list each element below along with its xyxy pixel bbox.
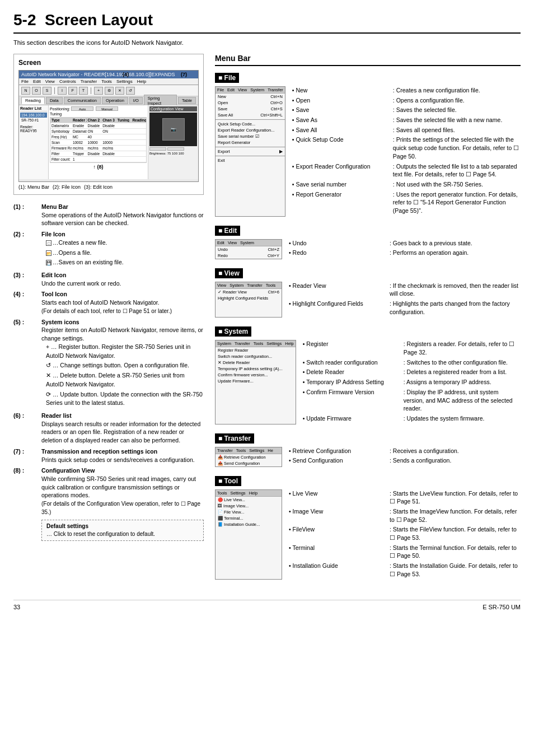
menu-tool-terminal[interactable]: ⬛ Terminal... (216, 515, 282, 521)
menu-file-quicksetup[interactable]: Quick Setup Code... (216, 121, 285, 127)
menu-transfer-desc: Retrieve Configuration Receives a config… (289, 447, 521, 467)
ann-3-label: Edit Icon (41, 272, 66, 278)
menu-transfer-desc-retrieve: Retrieve Configuration Receives a config… (289, 447, 521, 455)
toolbar-btn-imgview[interactable]: I (58, 87, 67, 95)
menu-file-saveserial[interactable]: Save serial number ☑ (216, 133, 285, 139)
menu-file-sep3 (216, 156, 285, 156)
ann-3: (3) : Edit Icon Undo the current work or… (13, 271, 204, 287)
menu-file-bar: File Edit View System Transfer (216, 87, 285, 94)
menu-file-sep2 (216, 147, 285, 147)
toolbar-btn-fileview[interactable]: F (68, 87, 77, 95)
ann-6-text: Displays search results or reader inform… (41, 421, 200, 444)
menu-system-switch[interactable]: Switch reader configuration... (216, 353, 296, 360)
ann-3-text: Undo the current work or redo. (41, 280, 121, 287)
menu-view-readerview[interactable]: ✓ Reader ViewCtrl+6 (216, 289, 282, 295)
reader-list-item[interactable]: SR-750 #1 (20, 118, 47, 123)
menu-system-register[interactable]: Register Reader (216, 347, 296, 353)
ann-2: (2) : File Icon □…Creates a new file. 📂…… (13, 230, 204, 268)
sim-tab-operation[interactable]: Operation (102, 97, 128, 104)
callout-7: (7) (181, 72, 187, 77)
callout-1 (19, 107, 21, 113)
menu-view-highlight[interactable]: Highlight Configured Fields (216, 295, 282, 301)
slider-1[interactable] (149, 147, 166, 151)
toolbar-btn-open[interactable]: O (32, 87, 41, 95)
ann-1: (1) : Menu Bar Some operations of the Au… (13, 203, 204, 227)
menu-tool-desc-terminal: Terminal Starts the Terminal function. F… (289, 544, 521, 560)
ann-4-label: Tool Icon (41, 291, 67, 297)
sim-table: Type Reader 1 Chan 2 Chan 3 Tuning Readi… (50, 117, 147, 163)
page-title: Screen Layout (45, 11, 153, 29)
menu-header-file: ■ File (215, 73, 239, 83)
menu-transfer-retrieve[interactable]: 📥 Retrieve Configuration (216, 454, 282, 460)
sim-tab-data[interactable]: Data (46, 97, 63, 104)
menu-file-open[interactable]: OpenCtrl+O (216, 100, 285, 106)
menu-header-tool: ■ Tool (215, 476, 241, 486)
sim-tuning-row: Tuning (50, 112, 147, 116)
menu-section-tool: ■ Tool Tools Settings Help 🔴 Live View..… (215, 476, 521, 580)
menu-edit-undo[interactable]: UndoCtrl+Z (216, 246, 282, 253)
menu-file-reportgen[interactable]: Report Generator (216, 139, 285, 146)
menu-file-exportreader[interactable]: Export Reader Configuration... (216, 127, 285, 133)
menu-view-desc-readerview: Reader View If the checkmark is removed,… (289, 282, 521, 298)
menu-view-bar: View System Transfer Tools (216, 282, 282, 289)
menu-transfer-send[interactable]: 📤 Send Configuration (216, 460, 282, 466)
menu-tool-installguide[interactable]: 📘 Installation Guide... (216, 521, 282, 528)
sim-manual-btn[interactable]: Manual (96, 106, 118, 111)
menu-file-new[interactable]: NewCtrl+N (216, 94, 285, 100)
menu-file-desc-saveall: Save All Saves all opened files. (292, 126, 521, 134)
config-view-placeholder: 📷 (162, 118, 185, 141)
menu-file-save[interactable]: SaveCtrl+S (216, 106, 285, 112)
ann-8-text: While confirming SR-750 Series unit read… (41, 475, 196, 498)
ann-6-label: Reader list (41, 412, 72, 419)
sim-tab-table[interactable]: Table (178, 97, 196, 104)
chapter-title: 5-2 Screen Layout (13, 11, 521, 34)
default-settings-box: Default settings … Click to reset the co… (41, 520, 204, 541)
toolbar-btn-delete[interactable]: ✕ (115, 87, 124, 95)
toolbar-btn-update[interactable]: ↺ (126, 87, 135, 95)
reader-list-item-selected[interactable]: 194.168.100.0 (20, 113, 47, 118)
menu-file-desc-open: Open Opens a configuration file. (292, 96, 521, 105)
menu-system-desc-update: Update Firmware Updates the system firmw… (303, 414, 521, 423)
menu-system-delete[interactable]: ✕ Delete Reader (216, 360, 296, 366)
menu-file-desc-new: New Creates a new configuration file. (292, 86, 521, 95)
toolbar-btn-terminal[interactable]: T (79, 87, 88, 95)
menu-file-export[interactable]: Export▶ (216, 148, 285, 155)
menu-file-desc-saveas: Save As Saves the selected file with a n… (292, 116, 521, 124)
menu-system-desc-switch: Switch reader configuration Switches to … (303, 358, 521, 367)
sim-tab-reading[interactable]: Reading (21, 97, 45, 104)
menu-system-screenshot: System Transfer Tools Settings Help Regi… (215, 340, 296, 424)
callout-4: (4) (123, 72, 129, 77)
footer-page-num: 33 (13, 604, 20, 610)
sim-center-area: Positioning: Auto Manual Tuning Type Rea… (49, 105, 148, 179)
menu-edit-redo[interactable]: RedoCtrl+Y (216, 253, 282, 259)
annotations-list: (1) : Menu Bar Some operations of the Au… (13, 203, 204, 541)
slider-2[interactable] (167, 147, 184, 151)
menu-system-tempip[interactable]: Temporary IP address setting (A)... (216, 366, 296, 372)
menu-view-screenshot: View System Transfer Tools ✓ Reader View… (215, 282, 282, 318)
page-footer: 33 E SR-750 UM (13, 600, 521, 610)
menu-system-desc-tempip: Temporary IP Address Setting Assigns a t… (303, 378, 521, 386)
toolbar-btn-save[interactable]: S (43, 87, 51, 95)
ann-1-text: Some operations of the AutoID Network Na… (41, 212, 203, 227)
default-label: Default settings (46, 523, 88, 529)
menu-file-exit[interactable]: Exit (216, 157, 285, 164)
sim-tab-io[interactable]: I/O (129, 97, 143, 104)
menu-tool-fileview[interactable]: 📄 File View... (216, 509, 282, 515)
menu-tool-liveview[interactable]: 🔴 Live View... (216, 497, 282, 503)
menu-system-confirm[interactable]: Confirm firmware version... (216, 372, 296, 378)
menu-file-saveall[interactable]: Save AllCtrl+Shift+L (216, 112, 285, 118)
sim-config-view: Configuration View 📷 (148, 105, 198, 179)
sim-auto-btn[interactable]: Auto (71, 106, 93, 111)
menu-tool-imageview[interactable]: 🖼 Image View... (216, 503, 282, 509)
toolbar-btn-add[interactable]: + (94, 87, 103, 95)
sim-tab-comm[interactable]: Communication (64, 97, 101, 104)
ann-4-note: (For details of each tool, refer to ☐ Pa… (41, 308, 172, 314)
config-view-controls: Brightness: 75 100 100 (149, 147, 197, 155)
menu-section-transfer: ■ Transfer Transfer Tools Settings He 📥 … (215, 433, 521, 467)
toolbar-btn-new[interactable]: N (21, 87, 30, 95)
sim-reader-list: Reader List 194.168.100.0 SR-750 #1 Read… (19, 105, 49, 179)
toolbar-btn-settings[interactable]: ⚙ (105, 87, 114, 95)
menu-system-update[interactable]: Update Firmware... (216, 378, 296, 384)
ann-8-label: Configuration View (41, 467, 95, 474)
ann-5: (5) : System icons Register items on Aut… (13, 318, 204, 409)
